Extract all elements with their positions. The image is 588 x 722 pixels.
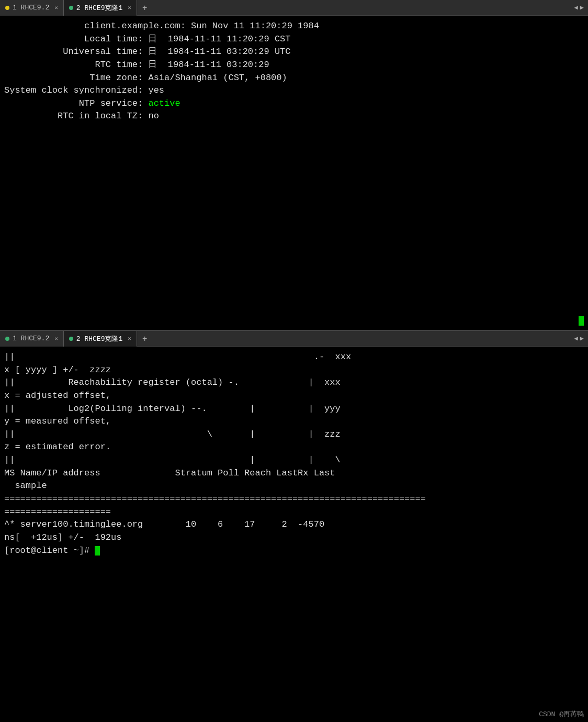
bottom-tab-1-close[interactable]: ✕ (54, 335, 58, 342)
bottom-tab-2[interactable]: 2 RHCE9克隆1 ✕ (64, 331, 137, 347)
top-new-tab-button[interactable]: + (137, 0, 152, 16)
top-tab-1[interactable]: 1 RHCE9.2 ✕ (0, 0, 64, 16)
top-line-9: RTC in local TZ: no (4, 110, 584, 123)
arrow-left-icon[interactable]: ◀ (574, 4, 578, 12)
btab2-dot (69, 337, 73, 341)
bottom-line-6: y = measured offset, (4, 415, 584, 428)
bottom-line-8: z = estimated error. (4, 441, 584, 454)
bottom-tab-arrows: ◀ ▶ (570, 335, 588, 342)
top-tab-bar: 1 RHCE9.2 ✕ 2 RHCE9克隆1 ✕ + ◀ ▶ (0, 0, 588, 16)
tab2-dot (69, 6, 73, 10)
bottom-line-4: x = adjusted offset, (4, 390, 584, 403)
top-terminal-cursor (579, 316, 584, 326)
bottom-line-10: MS Name/IP address Stratum Poll Reach La… (4, 467, 584, 480)
bottom-line-7: || \ | | zzz (4, 428, 584, 441)
top-line-7: System clock synchronized: yes (4, 84, 584, 97)
ntp-status-value: active (148, 98, 180, 108)
top-line-4: Universal time: 日 1984-11-11 03:20:29 UT… (4, 46, 584, 59)
bottom-tab-1-label: 1 RHCE9.2 (13, 335, 49, 342)
top-line-3: Local time: 日 1984-11-11 11:20:29 CST (4, 33, 584, 46)
top-line-6: Time zone: Asia/Shanghai (CST, +0800) (4, 72, 584, 85)
bottom-arrow-left-icon[interactable]: ◀ (574, 335, 578, 342)
top-line-5: RTC time: 日 1984-11-11 03:20:29 (4, 59, 584, 72)
bottom-line-9: || | | \ (4, 454, 584, 467)
bottom-line-13: ==================== (4, 506, 584, 519)
bottom-line-11: sample (4, 480, 584, 493)
bottom-line-12: ========================================… (4, 493, 584, 506)
bottom-terminal-pane: || .- xxx x [ yyyy ] +/- zzzz || Reachab… (0, 347, 588, 722)
arrow-right-icon[interactable]: ▶ (580, 4, 584, 12)
bottom-line-16: [root@client ~]# (4, 545, 584, 558)
bottom-line-14: ^* server100.timinglee.org 10 6 17 2 -45… (4, 518, 584, 531)
watermark: CSDN @再苒鸭 (539, 709, 584, 719)
bottom-new-tab-button[interactable]: + (137, 331, 152, 347)
bottom-tab-1[interactable]: 1 RHCE9.2 ✕ (0, 331, 64, 347)
tab1-dot (5, 6, 9, 10)
top-tab-2-label: 2 RHCE9克隆1 (76, 3, 122, 13)
bottom-terminal-cursor (95, 546, 100, 556)
top-tab-2-close[interactable]: ✕ (128, 4, 131, 11)
bottom-tab-2-label: 2 RHCE9克隆1 (76, 334, 122, 343)
bottom-line-1: || .- xxx (4, 351, 584, 364)
top-tab-arrows: ◀ ▶ (570, 4, 588, 12)
bottom-arrow-right-icon[interactable]: ▶ (580, 335, 584, 342)
top-terminal-pane: client.example.com: Sun Nov 11 11:20:29 … (0, 16, 588, 330)
bottom-line-5: || Log2(Polling interval) --. | | yyy (4, 403, 584, 416)
bottom-line-15: ns[ +12us] +/- 192us (4, 531, 584, 545)
btab1-dot (5, 337, 9, 341)
bottom-tab-bar: 1 RHCE9.2 ✕ 2 RHCE9克隆1 ✕ + ◀ ▶ (0, 331, 588, 347)
top-line-1: client.example.com: Sun Nov 11 11:20:29 … (4, 20, 584, 33)
bottom-line-3: || Reachability register (octal) -. | xx… (4, 376, 584, 390)
top-tab-1-label: 1 RHCE9.2 (13, 4, 49, 12)
bottom-line-2: x [ yyyy ] +/- zzzz (4, 364, 584, 377)
top-tab-1-close[interactable]: ✕ (54, 4, 58, 11)
bottom-tab-2-close[interactable]: ✕ (128, 335, 131, 342)
top-tab-2[interactable]: 2 RHCE9克隆1 ✕ (64, 0, 137, 16)
top-line-8: NTP service: active (4, 97, 584, 110)
